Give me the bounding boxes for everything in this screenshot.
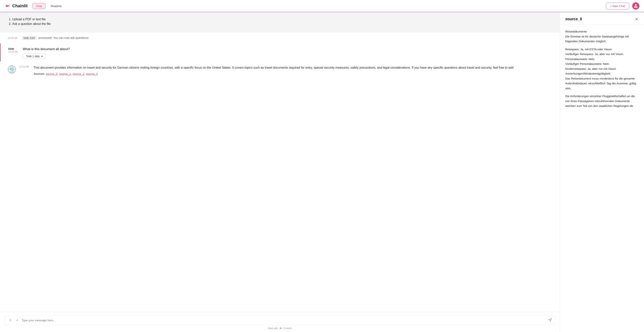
user-icon <box>634 4 638 8</box>
user-label: User <box>8 47 20 50</box>
user-info: User 17:02:02 <box>8 47 20 53</box>
source-link-1[interactable]: source_1 <box>59 72 71 75</box>
source-paragraph-2: Reisepass: Ja, mit ESTA oder Visum Vorlä… <box>565 47 639 91</box>
header-left: Chainlit Chat Readme <box>4 3 65 9</box>
source-link-3[interactable]: source_3 <box>86 72 98 75</box>
chat-messages: Upload a PDF or text file Ask a question… <box>0 12 560 312</box>
user-content: What is this document all about? Took 1 … <box>23 47 552 59</box>
steps-badge-button[interactable]: Took 1 step ▾ <box>23 53 46 59</box>
welcome-area: Upload a PDF or text file Ask a question… <box>0 12 560 32</box>
send-icon <box>548 318 552 322</box>
source-paragraph-1: Reisedokumente Die Einreise ist für deut… <box>565 29 639 44</box>
welcome-item-1: Upload a PDF or text file <box>12 18 552 21</box>
comma-2: , <box>71 72 72 75</box>
chainlit-logo-icon <box>4 3 11 9</box>
source-panel: source_0 Reisedokumente Die Einreise ist… <box>560 12 644 332</box>
source-paragraph-3: Die Anforderungen einzelner Fluggesellsc… <box>565 94 639 108</box>
header-right: + New Chat <box>606 2 640 10</box>
footer-brand: Chainlit <box>284 327 292 330</box>
source-panel-close-button[interactable] <box>634 17 639 21</box>
svg-point-8 <box>12 68 14 69</box>
plus-icon <box>16 318 19 322</box>
tab-chat[interactable]: Chat <box>32 3 46 9</box>
app-header: Chainlit Chat Readme + New Chat <box>0 0 644 12</box>
ai-avatar-icon <box>8 65 16 74</box>
steps-label: Took 1 step <box>26 55 40 58</box>
input-box <box>4 315 555 325</box>
welcome-item-2: Ask a question about the file <box>12 22 552 26</box>
footer-chainlit-icon <box>279 327 282 330</box>
footer-built-with: Built with <box>268 327 278 330</box>
app-name: Chainlit <box>12 4 28 9</box>
svg-point-9 <box>12 70 14 71</box>
filename-badge: usa.txt <box>22 36 36 40</box>
user-question: What is this document all about? <box>23 47 552 51</box>
chat-panel: Upload a PDF or text file Ask a question… <box>0 12 560 332</box>
user-avatar-button[interactable] <box>632 2 640 10</box>
source-link-2[interactable]: source_2 <box>72 72 84 75</box>
chevrons-down-icon <box>8 318 12 322</box>
source-panel-header: source_0 <box>560 12 644 25</box>
ai-content: This document provides information on tr… <box>34 65 552 75</box>
welcome-list: Upload a PDF or text file Ask a question… <box>8 18 552 26</box>
ai-text: This document provides information on tr… <box>34 65 552 70</box>
sources-prefix: Sources: <box>34 72 45 75</box>
system-suffix: processed. You can now ask questions! <box>38 36 89 39</box>
footer: Built with Chainlit <box>4 325 555 330</box>
ai-message-block: 17:02:05 This document provides informat… <box>0 61 560 79</box>
ai-timestamp: 17:02:05 <box>19 65 30 68</box>
input-area: Built with Chainlit <box>0 312 560 332</box>
tab-readme[interactable]: Readme <box>47 3 65 9</box>
attach-button[interactable] <box>15 318 20 323</box>
source-panel-title: source_0 <box>565 17 582 21</box>
main-layout: Upload a PDF or text file Ask a question… <box>0 12 644 332</box>
svg-point-7 <box>10 68 12 69</box>
app-logo: Chainlit <box>4 3 28 9</box>
user-message-block: User 17:02:02 What is this document all … <box>0 44 560 61</box>
chevron-down-icon: ▾ <box>41 55 42 58</box>
nav-tabs: Chat Readme <box>32 3 65 9</box>
source-panel-content: Reisedokumente Die Einreise ist für deut… <box>560 25 644 332</box>
user-timestamp: 17:02:02 <box>8 50 20 53</box>
close-icon <box>634 17 639 21</box>
system-timestamp: 16:59:36 <box>8 37 19 39</box>
system-message: 16:59:36 usa.txt processed. You can now … <box>0 32 560 44</box>
system-text: usa.txt processed. You can now ask quest… <box>22 36 89 40</box>
new-chat-button[interactable]: + New Chat <box>606 3 629 9</box>
source-link-0[interactable]: source_0 <box>46 72 58 75</box>
ai-meta: 17:02:05 <box>19 65 30 68</box>
sources-line: Sources: source_0, source_1, source_2, s… <box>34 72 552 75</box>
comma-3: , <box>84 72 86 75</box>
message-input[interactable] <box>22 318 546 322</box>
scroll-to-bottom-button[interactable] <box>8 318 13 323</box>
send-button[interactable] <box>548 318 552 322</box>
